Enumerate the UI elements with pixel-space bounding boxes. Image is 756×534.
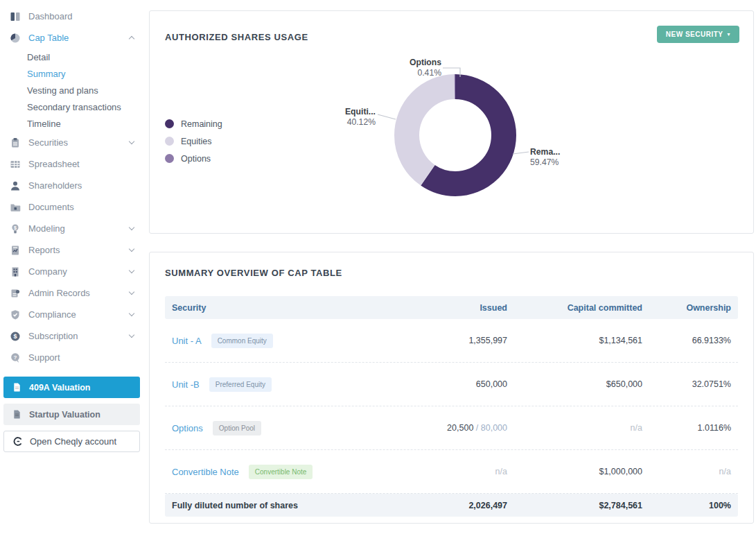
legend-label: Options [181,154,211,164]
table-row: Unit - A Common Equity 1,355,997 $1,134,… [165,319,738,363]
document-icon [12,382,22,393]
shield-icon [10,309,21,320]
authorized-total-suffix: / 80,000 [473,423,507,433]
ownership-cell: n/a [642,467,731,476]
security-type-badge: Option Pool [213,421,261,436]
chart-legend: RemainingEquitiesOptions [165,115,222,167]
sidebar-item-label: Cap Table [28,33,69,43]
chevron-down-icon[interactable] [129,268,134,273]
new-security-button[interactable]: NEW SECURITY ▾ [657,26,739,43]
svg-text:?: ? [14,354,17,361]
legend-label: Remaining [181,119,222,129]
sidebar-item-reports[interactable]: Reports [0,239,143,261]
column-header-security[interactable]: Security [172,303,393,313]
security-type-badge: Common Equity [211,334,273,348]
sidebar-item-vesting-and-plans[interactable]: Vesting and plans [0,82,143,98]
sidebar-item-securities[interactable]: Securities [0,132,143,153]
legend-label: Equities [181,137,211,146]
security-link[interactable]: Convertible Note [172,467,239,477]
issued-cell: 1,355,997 [393,336,507,345]
sidebar-item-label: Compliance [28,309,76,320]
table-body: Unit - A Common Equity 1,355,997 $1,134,… [165,319,738,494]
slice-label-equities: Equiti...40.12% [313,107,376,127]
sidebar-item-label: Reports [28,245,60,255]
sidebar-item-modeling[interactable]: $Modeling [0,218,143,239]
slice-label-percent: 59.47% [530,157,592,167]
chevron-down-icon[interactable] [129,332,134,338]
dollar-icon: $ [10,331,21,342]
sidebar-item-compliance[interactable]: Compliance [0,304,143,325]
cheqly-icon [12,436,23,447]
security-cell: Convertible Note Convertible Note [172,465,393,479]
security-cell: Unit -B Preferred Equity [172,377,393,392]
column-header-issued[interactable]: Issued [393,303,507,313]
sidebar-item-support[interactable]: ?Support [0,347,143,368]
security-type-badge: Convertible Note [249,465,313,479]
sidebar-item-label: Documents [28,202,74,212]
slice-label-name: Rema... [530,147,592,157]
authorized-shares-card: AUTHORIZED SHARES USAGE NEW SECURITY ▾ R… [149,10,754,234]
clipboard-icon [10,137,21,148]
sidebar-item-secondary-transactions[interactable]: Secondary transactions [0,98,143,115]
document-icon [12,409,22,420]
new-security-label: NEW SECURITY [666,31,723,38]
bulb-icon: $ [10,223,21,234]
column-header-capital-committed[interactable]: Capital committed [507,303,642,313]
capital-committed-cell: $1,000,000 [507,467,642,476]
sidebar-button-startup-valuation[interactable]: Startup Valuation [3,404,140,425]
pie-icon [10,33,21,44]
sidebar: DashboardCap TableDetailSummaryVesting a… [0,6,143,458]
chevron-up-icon[interactable] [129,36,134,42]
chevron-down-icon[interactable] [129,139,134,144]
sidebar-item-label: Company [28,266,67,277]
legend-dot [165,137,174,146]
security-cell: Options Option Pool [172,421,393,436]
footer-label: Fully diluted number of shares [172,501,393,510]
chevron-down-icon[interactable] [129,311,134,316]
column-header-ownership[interactable]: Ownership [642,303,731,313]
sidebar-item-admin-records[interactable]: Admin Records [0,282,143,304]
legend-item-remaining[interactable]: Remaining [165,115,222,132]
svg-text:$: $ [13,333,17,340]
sidebar-item-spreadsheet[interactable]: Spreadsheet [0,153,143,175]
legend-item-equities[interactable]: Equities [165,132,222,150]
sidebar-item-label: Spreadsheet [28,159,80,169]
cap-table-summary-card: SUMMARY OVERVIEW OF CAP TABLE Security I… [149,252,754,524]
sidebar-item-subscription[interactable]: $Subscription [0,325,143,347]
chevron-down-icon[interactable] [129,246,134,252]
building-icon [10,266,21,277]
issued-cell: 650,000 [393,379,507,389]
chevron-down-icon: ▾ [727,31,730,37]
ownership-cell: 1.0116% [642,423,731,433]
report-icon [10,245,21,256]
sidebar-item-cap-table[interactable]: Cap Table [0,27,143,49]
sidebar-item-label: Support [28,352,60,363]
sidebar-button-open-cheqly-account[interactable]: Open Cheqly account [3,431,140,452]
security-link[interactable]: Unit -B [172,379,200,390]
chart-card-title: AUTHORIZED SHARES USAGE [165,32,308,42]
records-icon [10,288,21,299]
sidebar-item-company[interactable]: Company [0,261,143,282]
capital-committed-cell: n/a [507,423,642,433]
sidebar-button-409a-valuation[interactable]: 409A Valuation [3,377,140,398]
security-link[interactable]: Options [172,423,203,433]
dashboard-icon [10,11,21,22]
spreadsheet-icon [10,159,21,170]
sidebar-item-shareholders[interactable]: Shareholders [0,175,143,196]
sidebar-item-label: Securities [28,137,68,148]
sidebar-item-dashboard[interactable]: Dashboard [0,6,143,27]
donut-chart[interactable] [389,69,521,201]
security-type-badge: Preferred Equity [209,377,272,392]
chevron-down-icon[interactable] [129,289,134,295]
sidebar-item-detail[interactable]: Detail [0,49,143,65]
issued-cell: 20,500 / 80,000 [393,423,507,433]
legend-item-options[interactable]: Options [165,150,222,167]
sidebar-button-label: 409A Valuation [29,383,90,393]
sidebar-item-timeline[interactable]: Timeline [0,115,143,132]
security-link[interactable]: Unit - A [172,336,202,346]
chevron-down-icon[interactable] [129,225,134,230]
table-header-row: Security Issued Capital committed Owners… [165,296,738,319]
sidebar-item-summary[interactable]: Summary [0,65,143,82]
sidebar-item-documents[interactable]: Documents [0,196,143,218]
sidebar-item-label: Shareholders [28,180,82,191]
